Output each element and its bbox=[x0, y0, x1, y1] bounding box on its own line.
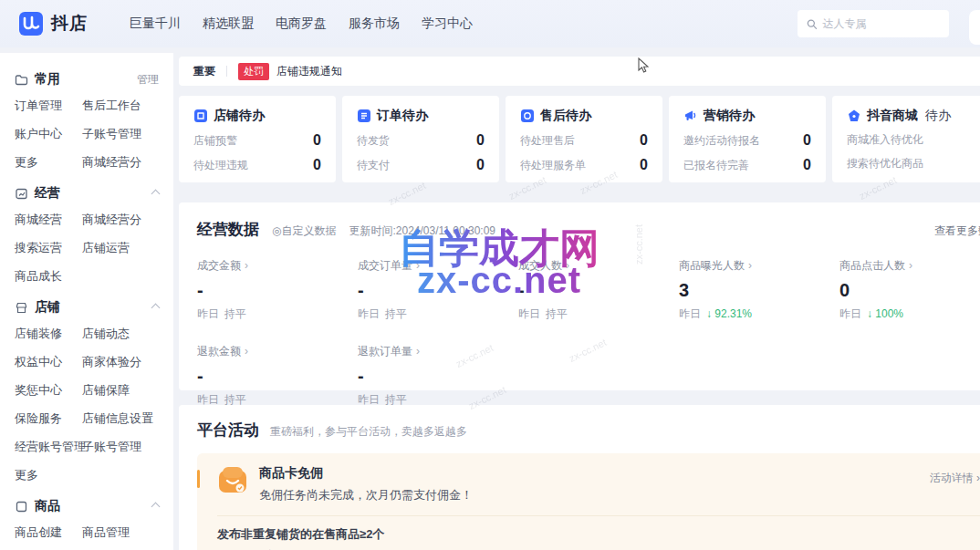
clipped-panel bbox=[969, 10, 980, 45]
shop-icon bbox=[15, 301, 28, 315]
todo-value: 0 bbox=[640, 157, 648, 173]
sidebar-item-product-create[interactable]: 商品创建 bbox=[15, 524, 82, 541]
divider bbox=[217, 515, 980, 516]
activity-desc: 免佣任务尚未完成，次月仍需支付佣金！ bbox=[259, 487, 473, 503]
metric-deal-users: 成交人数› - 昨日持平 bbox=[518, 258, 679, 322]
gear-icon: ◎ bbox=[272, 224, 281, 237]
todo-label[interactable]: 待处理违规 bbox=[193, 158, 248, 173]
section-title-operate: 经营 bbox=[35, 185, 60, 202]
todo-label[interactable]: 店铺预警 bbox=[193, 133, 237, 149]
todo-title: 订单待办 bbox=[377, 108, 428, 124]
metric-change-down: ↓ 92.31% bbox=[706, 307, 752, 320]
todo-title: 抖音商城 bbox=[867, 108, 918, 124]
todo-card-shop: 店铺待办 店铺预警0 待处理违规0 bbox=[179, 96, 336, 182]
sidebar-section-common: 常用 管理 订单管理 售后工作台 账户中心 子账号管理 更多 商城经营分 bbox=[15, 71, 164, 171]
todo-value: 0 bbox=[803, 132, 811, 149]
sidebar-item-merchant-score[interactable]: 商家体验分 bbox=[82, 354, 164, 370]
metric-change: 持平 bbox=[546, 307, 568, 320]
sidebar-item-subaccount[interactable]: 子账号管理 bbox=[82, 439, 164, 455]
chevron-up-icon[interactable] bbox=[151, 303, 161, 312]
nav-xuexizhongxin[interactable]: 学习中心 bbox=[422, 16, 473, 32]
sidebar-item-operate-account[interactable]: 经营账号管理 bbox=[15, 439, 82, 455]
sidebar-item-search-operate[interactable]: 搜索运营 bbox=[15, 240, 82, 256]
sidebar-item-product-manage[interactable]: 商品管理 bbox=[82, 524, 164, 541]
activity-name: 商品卡免佣 bbox=[259, 465, 473, 482]
metric-value: - bbox=[358, 366, 518, 387]
sidebar-item-more[interactable]: 更多 bbox=[15, 154, 82, 171]
platform-subtitle: 重磅福利，参与平台活动，卖越多返越多 bbox=[270, 424, 467, 440]
arrow-right-icon: › bbox=[566, 259, 569, 272]
sidebar-item-shop-info[interactable]: 店铺信息设置 bbox=[82, 410, 164, 427]
sidebar-item-shop-guarantee[interactable]: 店铺保障 bbox=[82, 382, 164, 399]
metric-value: - bbox=[358, 280, 518, 301]
sidebar-item-more[interactable]: 更多 bbox=[15, 467, 82, 483]
doudian-logo[interactable]: 抖店 bbox=[18, 11, 88, 36]
todo-label[interactable]: 搜索待优化商品 bbox=[847, 156, 923, 171]
punishment-badge: 处罚 bbox=[238, 63, 269, 80]
metric-deal-orders: 成交订单量› - 昨日持平 bbox=[358, 258, 518, 322]
sidebar-item-order-manage[interactable]: 订单管理 bbox=[15, 98, 82, 114]
chevron-up-icon[interactable] bbox=[151, 189, 161, 198]
activity-detail-link[interactable]: 活动详情 › bbox=[930, 471, 980, 486]
metric-refund-amount: 退款金额› - 昨日持平 bbox=[197, 344, 358, 408]
todo-title: 店铺待办 bbox=[214, 108, 265, 124]
sidebar-item-insurance[interactable]: 保险服务 bbox=[15, 410, 82, 427]
business-data-title: 经营数据 bbox=[197, 219, 259, 240]
sidebar-item-subaccount-manage[interactable]: 子账号管理 bbox=[82, 126, 164, 142]
platform-activity-panel: 平台活动 重磅福利，参与平台活动，卖越多返越多 商品卡免佣 免佣任务尚未完成 bbox=[179, 405, 980, 550]
manage-link[interactable]: 管理 bbox=[137, 72, 159, 88]
search-input[interactable] bbox=[822, 17, 940, 30]
sidebar-item-mall-operate-score[interactable]: 商城经营分 bbox=[82, 212, 164, 228]
chevron-up-icon[interactable] bbox=[151, 502, 161, 511]
todo-title-suffix: 待办 bbox=[925, 108, 951, 124]
sidebar-section-product: 商品 商品创建 商品管理 库存管理 商品诊断 商机中心 爆款竞价 商品工具 商品… bbox=[15, 498, 164, 550]
sidebar-item-rights-center[interactable]: 权益中心 bbox=[15, 354, 82, 370]
todo-label[interactable]: 邀约活动待报名 bbox=[683, 133, 760, 149]
todo-label[interactable]: 待支付 bbox=[357, 158, 390, 173]
accent-bar bbox=[197, 470, 200, 488]
notice-text[interactable]: 店铺违规通知 bbox=[276, 64, 342, 79]
shop-todo-icon bbox=[193, 109, 208, 123]
sidebar-item-aftersale-workbench[interactable]: 售后工作台 bbox=[82, 98, 164, 114]
notice-bar[interactable]: 重要 处罚 店铺违规通知 bbox=[179, 57, 980, 86]
nav-dianshangluopan[interactable]: 电商罗盘 bbox=[276, 16, 327, 32]
sidebar-item-mall-operate[interactable]: 商城经营 bbox=[15, 212, 82, 228]
metric-deal-amount: 成交金额› - 昨日持平 bbox=[197, 258, 358, 322]
notice-tag: 重要 bbox=[193, 64, 215, 79]
section-title-shop: 店铺 bbox=[35, 299, 60, 316]
arrow-right-icon: › bbox=[245, 259, 248, 272]
sidebar-item-shop-decorate[interactable]: 店铺装修 bbox=[15, 326, 82, 342]
nav-juliangqianchuan[interactable]: 巨量千川 bbox=[130, 16, 181, 32]
todo-label[interactable]: 待发货 bbox=[357, 133, 390, 149]
sidebar-item-shop-operate[interactable]: 店铺运营 bbox=[82, 240, 164, 256]
sidebar-item-product-growth[interactable]: 商品成长 bbox=[15, 268, 82, 285]
todo-label[interactable]: 商城准入待优化 bbox=[847, 132, 923, 148]
sidebar-item-account-center[interactable]: 账户中心 bbox=[15, 126, 82, 142]
sidebar-item-mall-score[interactable]: 商城经营分 bbox=[82, 154, 164, 171]
todo-value: 0 bbox=[803, 157, 811, 173]
sidebar-item-reward-center[interactable]: 奖惩中心 bbox=[15, 382, 82, 399]
nav-fuwushichang[interactable]: 服务市场 bbox=[349, 16, 400, 32]
metric-value: 3 bbox=[679, 280, 839, 301]
todo-card-aftersale: 售后待办 待处理售后0 待处理服务单0 bbox=[506, 96, 662, 182]
custom-data-link[interactable]: ◎自定义数据 bbox=[272, 223, 336, 239]
arrow-right-icon: › bbox=[748, 259, 752, 272]
update-time: 更新时间:2024/03/11 00:30:09 bbox=[349, 223, 495, 239]
nav-jingxuanlianmeng[interactable]: 精选联盟 bbox=[203, 16, 254, 32]
search-box[interactable] bbox=[798, 10, 949, 37]
section-title-product: 商品 bbox=[35, 498, 60, 514]
todo-value: 0 bbox=[476, 157, 485, 173]
todo-label[interactable]: 待处理售后 bbox=[520, 133, 575, 149]
arrow-right-icon: › bbox=[976, 472, 980, 484]
order-todo-icon bbox=[357, 109, 371, 123]
todo-value: 0 bbox=[313, 132, 321, 149]
arrow-right-icon: › bbox=[909, 259, 912, 272]
todo-label[interactable]: 已报名待完善 bbox=[683, 158, 749, 173]
chart-icon bbox=[15, 187, 28, 201]
sidebar-item-shop-news[interactable]: 店铺动态 bbox=[82, 326, 164, 342]
view-more-link[interactable]: 查看更多数据 bbox=[934, 223, 980, 239]
activity-card: 商品卡免佣 免佣任务尚未完成，次月仍需支付佣金！ 活动详情 › 发布非重复铺货的… bbox=[197, 453, 980, 550]
divider bbox=[226, 66, 227, 77]
todo-label[interactable]: 待处理服务单 bbox=[520, 158, 586, 173]
mall-bag-icon bbox=[847, 109, 861, 123]
